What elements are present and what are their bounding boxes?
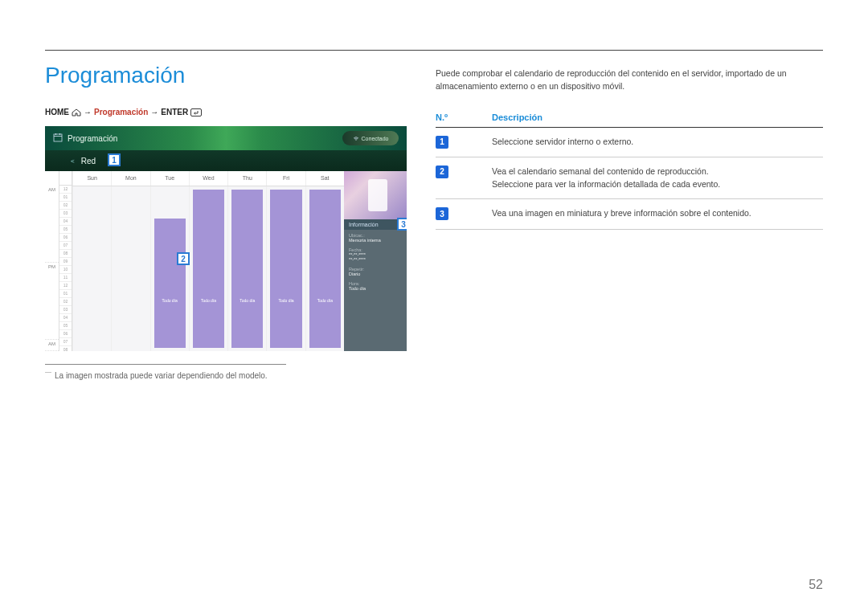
callout-3: 3 bbox=[397, 218, 407, 231]
calendar-icon bbox=[53, 133, 63, 144]
caption-rule bbox=[45, 364, 286, 365]
ampm-am: AM bbox=[45, 186, 59, 263]
event: Todo día bbox=[309, 190, 341, 348]
server-row: < Red 1 bbox=[45, 150, 407, 171]
network-label: Conectado bbox=[362, 136, 389, 141]
info-panel-title: Información 3 bbox=[344, 219, 407, 230]
row-num-badge: 3 bbox=[436, 207, 448, 220]
row-num-badge: 1 bbox=[436, 136, 448, 149]
col-desc-header: Descripción bbox=[492, 108, 823, 128]
row-desc: Seleccione servidor interno o externo. bbox=[492, 127, 823, 157]
svg-rect-1 bbox=[54, 134, 62, 141]
day-col: Todo día bbox=[227, 186, 266, 351]
info-date-value2: **-**-**** bbox=[349, 257, 402, 262]
day-col: Todo día bbox=[189, 186, 227, 351]
page-title: Programación bbox=[45, 63, 407, 88]
calendar-grid: AM PM AM 1201020304050607080910111201020… bbox=[45, 171, 407, 351]
description-table: N.º Descripción 1Seleccione servidor int… bbox=[436, 108, 823, 230]
day-col bbox=[111, 186, 149, 351]
svg-rect-0 bbox=[191, 108, 202, 116]
day-head: Tue bbox=[150, 171, 189, 186]
info-loc-value: Memoria interna bbox=[349, 238, 402, 243]
callout-1: 1 bbox=[108, 153, 121, 166]
path-home: HOME bbox=[45, 108, 69, 116]
path-section: Programación bbox=[94, 108, 148, 116]
info-thumbnail bbox=[344, 171, 407, 219]
intro-text: Puede comprobar el calendario de reprodu… bbox=[436, 67, 823, 93]
event: Todo día bbox=[231, 190, 263, 348]
day-col: Todo día bbox=[305, 186, 344, 351]
day-head: Sat bbox=[305, 171, 344, 186]
ss-header-title: Programación bbox=[68, 134, 117, 143]
info-time-value: Todo día bbox=[349, 286, 402, 291]
days-header: Sun Mon Tue Wed Thu Fri Sat bbox=[72, 171, 344, 186]
event: Todo día bbox=[154, 219, 186, 348]
ampm-col: AM PM AM bbox=[45, 171, 59, 351]
day-col bbox=[72, 186, 111, 351]
home-icon bbox=[72, 108, 81, 116]
svg-point-5 bbox=[355, 139, 356, 140]
server-label: Red bbox=[81, 157, 96, 166]
row-desc: Vea una imagen en miniatura y breve info… bbox=[492, 199, 823, 229]
chevron-left-icon: < bbox=[71, 157, 75, 165]
path-enter: ENTER bbox=[161, 108, 188, 116]
ui-screenshot: Programación Conectado < Red 1 bbox=[45, 126, 407, 351]
row-desc: Vea el calendario semanal del contenido … bbox=[492, 157, 823, 199]
info-repeat-value: Diario bbox=[349, 272, 402, 276]
caption: La imagen mostrada puede variar dependie… bbox=[45, 371, 407, 380]
page-number: 52 bbox=[809, 578, 823, 592]
network-pill: Conectado bbox=[342, 131, 399, 145]
day-head: Sun bbox=[72, 171, 111, 186]
enter-icon bbox=[190, 108, 202, 116]
ampm-am2: AM bbox=[45, 340, 59, 351]
callout-2: 2 bbox=[177, 252, 190, 265]
event: Todo día bbox=[193, 190, 224, 348]
event: Todo día bbox=[270, 190, 301, 348]
arrow-icon: → bbox=[84, 108, 92, 116]
ss-header: Programación Conectado bbox=[45, 126, 407, 150]
hours-col: 1201020304050607080910111201020304050607… bbox=[59, 171, 72, 351]
day-head: Mon bbox=[111, 171, 149, 186]
info-panel: Información 3 Ubicac.:Memoria interna Fe… bbox=[344, 171, 407, 351]
row-num-badge: 2 bbox=[436, 166, 448, 178]
col-num-header: N.º bbox=[436, 108, 492, 128]
day-head: Thu bbox=[227, 171, 266, 186]
day-head: Fri bbox=[266, 171, 305, 186]
ampm-pm: PM bbox=[45, 263, 59, 340]
day-col: Todo día bbox=[150, 186, 189, 351]
arrow-icon: → bbox=[150, 108, 158, 116]
nav-path: HOME → Programación → ENTER bbox=[45, 108, 407, 116]
wifi-icon bbox=[353, 135, 359, 142]
day-head: Wed bbox=[189, 171, 227, 186]
day-col: Todo día bbox=[266, 186, 305, 351]
